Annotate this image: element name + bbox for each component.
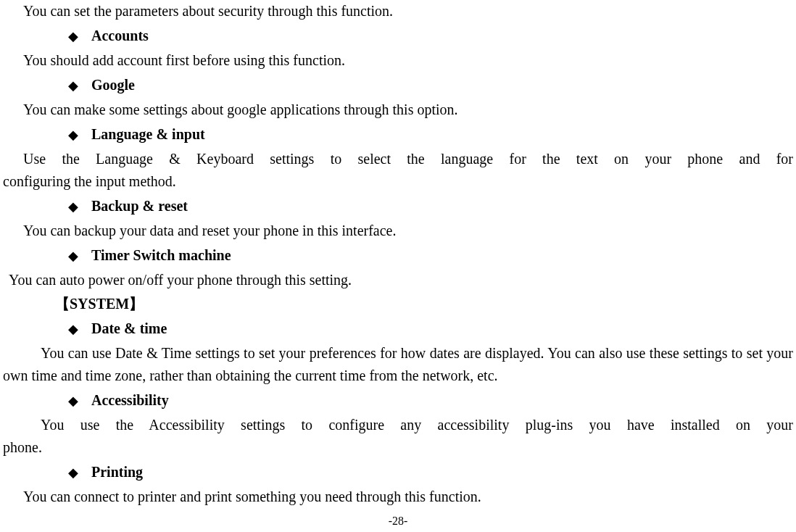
diamond-icon: ◆ xyxy=(68,27,78,47)
timer-label: Timer Switch machine xyxy=(91,244,231,267)
accessibility-item: ◆ Accessibility xyxy=(68,389,796,412)
diamond-icon: ◆ xyxy=(68,391,78,412)
accessibility-desc-line1: You use the Accessibility settings to co… xyxy=(3,414,793,436)
google-desc: You can make some settings about google … xyxy=(3,99,793,121)
google-label: Google xyxy=(91,74,135,96)
language-label: Language & input xyxy=(91,123,205,146)
system-header: 【SYSTEM】 xyxy=(55,293,796,315)
printing-desc: You can connect to printer and print som… xyxy=(3,486,793,508)
datetime-desc: You can use Date & Time settings to set … xyxy=(3,342,793,387)
timer-desc: You can auto power on/off your phone thr… xyxy=(3,269,793,291)
google-item: ◆ Google xyxy=(68,74,796,96)
diamond-icon: ◆ xyxy=(68,320,78,340)
diamond-icon: ◆ xyxy=(68,76,78,96)
diamond-icon: ◆ xyxy=(68,125,78,146)
accounts-label: Accounts xyxy=(91,25,149,47)
diamond-icon: ◆ xyxy=(68,246,78,267)
language-desc-line2: configuring the input method. xyxy=(3,170,793,193)
page-content: You can set the parameters about securit… xyxy=(0,0,796,532)
backup-desc: You can backup your data and reset your … xyxy=(3,220,793,242)
backup-label: Backup & reset xyxy=(91,195,188,217)
accounts-item: ◆ Accounts xyxy=(68,25,796,47)
printing-item: ◆ Printing xyxy=(68,461,796,483)
timer-item: ◆ Timer Switch machine xyxy=(68,244,796,267)
accessibility-desc-line2: phone. xyxy=(3,436,793,459)
backup-item: ◆ Backup & reset xyxy=(68,195,796,217)
page-number: -28- xyxy=(0,512,796,531)
diamond-icon: ◆ xyxy=(68,197,78,217)
accounts-desc: You should add account first before usin… xyxy=(3,49,793,72)
security-desc: You can set the parameters about securit… xyxy=(3,0,793,22)
datetime-label: Date & time xyxy=(91,317,167,340)
printing-label: Printing xyxy=(91,461,143,483)
accessibility-label: Accessibility xyxy=(91,389,169,412)
language-item: ◆ Language & input xyxy=(68,123,796,146)
language-desc-line1: Use the Language & Keyboard settings to … xyxy=(3,148,793,170)
diamond-icon: ◆ xyxy=(68,463,78,483)
datetime-item: ◆ Date & time xyxy=(68,317,796,340)
